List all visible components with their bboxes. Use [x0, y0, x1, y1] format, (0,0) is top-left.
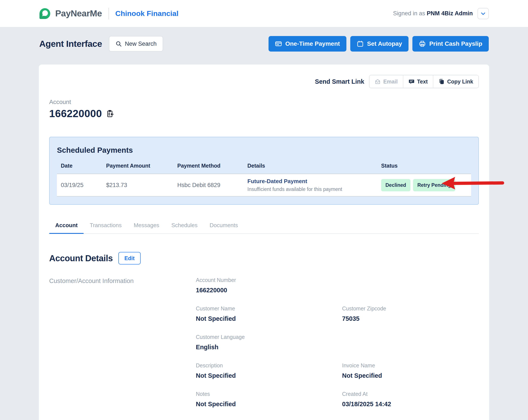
- paynearme-logo-icon: [39, 8, 50, 19]
- action-buttons: One-Time Payment Set Autopay Print Cash …: [268, 36, 489, 52]
- payment-details-title[interactable]: Future-Dated Payment: [247, 178, 381, 185]
- credit-card-icon: [275, 40, 282, 47]
- field-empty: [342, 277, 479, 294]
- payment-method: Hsbc Debit 6829: [177, 182, 247, 189]
- user-menu-button[interactable]: [478, 8, 489, 19]
- text-button[interactable]: Text: [403, 75, 433, 88]
- payment-details-subtext: Insufficient funds available for this pa…: [247, 186, 381, 192]
- info-section-title: Customer/Account Information: [49, 277, 196, 408]
- set-autopay-button[interactable]: Set Autopay: [350, 36, 408, 52]
- column-date: Date: [61, 163, 106, 169]
- tab-messages[interactable]: Messages: [128, 219, 166, 233]
- brand-divider: [108, 8, 109, 19]
- one-time-payment-button[interactable]: One-Time Payment: [268, 36, 346, 52]
- account-details-header: Account Details Edit: [49, 252, 479, 264]
- brand-area: PayNearMe Chinook Financial: [39, 8, 178, 19]
- status-badge-retry-pending: Retry Pending: [413, 179, 455, 191]
- field-empty: [342, 334, 479, 351]
- top-header-bar: PayNearMe Chinook Financial Signed in as…: [0, 0, 528, 27]
- field-description: Description Not Specified: [196, 362, 342, 379]
- email-icon: [375, 79, 381, 84]
- copy-account-number-button[interactable]: [106, 109, 114, 118]
- column-details: Details: [247, 163, 381, 169]
- payment-date: 03/19/25: [61, 182, 106, 189]
- scheduled-payments-panel: Scheduled Payments Date Payment Amount P…: [49, 137, 479, 205]
- smart-link-button-group: Email Text Copy Link: [369, 75, 479, 88]
- calendar-icon: [357, 40, 364, 47]
- status-badge-declined: Declined: [381, 179, 410, 191]
- tab-schedules[interactable]: Schedules: [165, 219, 204, 233]
- new-search-button[interactable]: New Search: [109, 36, 163, 52]
- column-payment-amount: Payment Amount: [106, 163, 177, 169]
- signed-in-text: Signed in as PNM 4Biz Admin: [393, 10, 473, 17]
- printer-icon: [419, 40, 426, 47]
- field-invoice-name: Invoice Name Not Specified: [342, 362, 479, 379]
- main-card: Send Smart Link Email Text Copy Link: [39, 64, 489, 420]
- copy-link-button[interactable]: Copy Link: [433, 75, 478, 88]
- org-name-link[interactable]: Chinook Financial: [115, 9, 179, 18]
- send-smart-link-title: Send Smart Link: [315, 78, 364, 85]
- field-account-number: Account Number 166220000: [196, 277, 342, 294]
- scheduled-payment-row[interactable]: 03/19/25 $213.73 Hsbc Debit 6829 Future-…: [57, 174, 471, 196]
- field-customer-zipcode: Customer Zipcode 75035: [342, 305, 479, 322]
- chevron-down-icon: [480, 11, 486, 16]
- payment-amount: $213.73: [106, 182, 177, 189]
- copy-icon: [439, 79, 444, 84]
- column-status: Status: [381, 163, 471, 169]
- signed-in-user: PNM 4Biz Admin: [427, 10, 473, 17]
- tab-transactions[interactable]: Transactions: [84, 219, 128, 233]
- field-created-at: Created At 03/18/2025 14:42: [342, 391, 479, 408]
- account-number: 166220000: [49, 108, 102, 120]
- brand-name: PayNearMe: [55, 8, 102, 19]
- print-cash-payslip-button[interactable]: Print Cash Payslip: [412, 36, 489, 52]
- tab-bar: Account Transactions Messages Schedules …: [49, 219, 479, 234]
- field-customer-name: Customer Name Not Specified: [196, 305, 342, 322]
- account-block: Account 166220000: [49, 99, 479, 120]
- field-notes: Notes Not Specified: [196, 391, 342, 408]
- field-customer-language: Customer Language English: [196, 334, 342, 351]
- account-details-title: Account Details: [49, 253, 113, 263]
- payment-details: Future-Dated Payment Insufficient funds …: [247, 178, 381, 192]
- email-button[interactable]: Email: [370, 75, 403, 88]
- column-payment-method: Payment Method: [177, 163, 247, 169]
- send-smart-link-row: Send Smart Link Email Text Copy Link: [49, 75, 479, 88]
- page-title: Agent Interface: [39, 39, 102, 49]
- scheduled-payments-title: Scheduled Payments: [57, 146, 471, 155]
- signed-in-area: Signed in as PNM 4Biz Admin: [393, 8, 489, 19]
- page-header-row: Agent Interface New Search One-Time Paym…: [39, 36, 489, 52]
- tab-documents[interactable]: Documents: [204, 219, 244, 233]
- scheduled-payments-header: Date Payment Amount Payment Method Detai…: [57, 163, 471, 174]
- tab-account[interactable]: Account: [49, 219, 84, 233]
- payment-status-cell: Declined Retry Pending: [381, 179, 471, 191]
- clipboard-copy-icon: [106, 109, 114, 118]
- edit-button[interactable]: Edit: [119, 252, 141, 264]
- message-icon: [408, 79, 415, 84]
- search-icon: [115, 41, 122, 47]
- account-label: Account: [49, 99, 479, 106]
- customer-account-information: Customer/Account Information Account Num…: [49, 277, 479, 408]
